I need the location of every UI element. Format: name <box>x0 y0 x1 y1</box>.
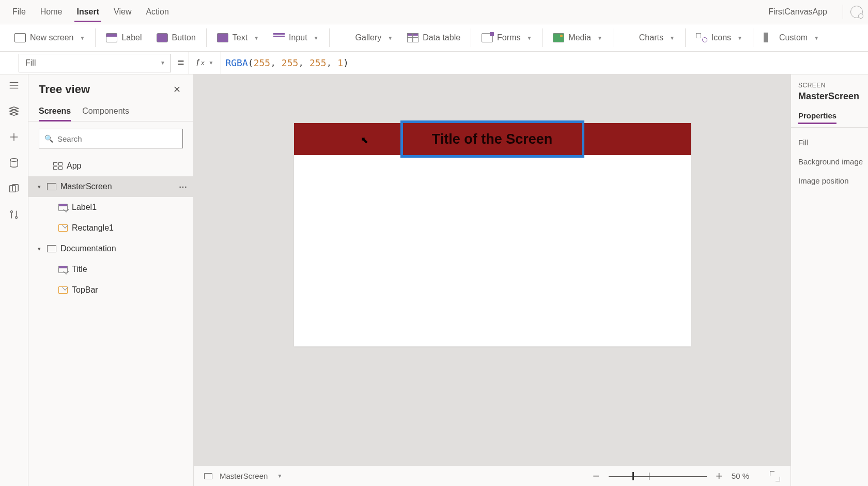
icons-button[interactable]: Icons ▼ <box>689 30 750 45</box>
chevron-down-icon: ▼ <box>526 35 532 41</box>
equals-label: = <box>173 56 189 70</box>
prop-background-image[interactable]: Background image <box>798 157 868 166</box>
formula-bar: Fill ▼ = fx ▼ RGBA(255, 255, 255, 1) <box>0 52 868 74</box>
tree-node-label1[interactable]: Label1 <box>28 197 193 218</box>
close-icon[interactable]: ✕ <box>171 82 183 97</box>
input-icon <box>273 33 285 42</box>
tree-node-rectangle1[interactable]: Rectangle1 <box>28 218 193 238</box>
rail-hamburger[interactable] <box>7 80 21 91</box>
menu-home[interactable]: Home <box>33 2 70 22</box>
tree-node-title[interactable]: Title <box>28 259 193 280</box>
forms-icon <box>482 33 493 42</box>
tree-node-documentation[interactable]: ▾ Documentation <box>28 238 193 259</box>
input-button[interactable]: Input ▼ <box>266 30 326 45</box>
chevron-down-icon: ▼ <box>209 60 214 66</box>
svg-point-8 <box>11 211 13 213</box>
forms-button[interactable]: Forms ▼ <box>474 30 539 45</box>
chevron-down-icon: ▼ <box>160 60 165 66</box>
canvas-stage[interactable]: Title of the Screen ⬉ <box>194 74 791 465</box>
zoom-percent: 50 % <box>732 472 749 480</box>
rect-icon <box>58 286 68 294</box>
tree-node-topbar[interactable]: TopBar <box>28 280 193 300</box>
screen-canvas[interactable]: Title of the Screen ⬉ <box>294 123 691 346</box>
svg-point-10 <box>16 217 18 219</box>
label-icon <box>58 266 68 273</box>
charts-button[interactable]: Charts ▼ <box>616 30 682 45</box>
menu-view[interactable]: View <box>106 2 138 22</box>
fit-to-window-icon[interactable] <box>770 471 780 481</box>
label-icon <box>58 204 68 211</box>
chevron-down-icon: ▼ <box>814 35 819 41</box>
chevron-down-icon: ▼ <box>314 35 319 41</box>
cursor-pointer-icon: ⬉ <box>361 134 368 146</box>
menu-action[interactable]: Action <box>138 2 176 22</box>
zoom-in-button[interactable]: + <box>714 469 724 483</box>
separator <box>843 5 843 19</box>
chevron-down-icon[interactable]: ▾ <box>36 246 43 252</box>
search-input[interactable] <box>57 134 177 143</box>
icons-icon <box>696 33 707 42</box>
rail-insert[interactable] <box>7 131 21 143</box>
chevron-down-icon: ▼ <box>80 35 85 41</box>
canvas-title-label[interactable]: Title of the Screen <box>402 123 582 155</box>
menu-file[interactable]: File <box>5 2 33 22</box>
tree-node-masterscreen[interactable]: ▾ MasterScreen <box>28 176 193 197</box>
chevron-down-icon: ▼ <box>597 35 602 41</box>
svg-point-5 <box>10 159 18 162</box>
custom-icon <box>764 33 775 42</box>
data-table-icon <box>407 33 419 42</box>
button-button[interactable]: Button <box>149 30 203 45</box>
screen-icon <box>47 245 56 252</box>
gallery-button[interactable]: Gallery ▼ <box>333 30 400 45</box>
screen-icon <box>204 473 212 479</box>
screen-icon <box>47 183 56 190</box>
tree-node-app[interactable]: App <box>28 156 193 176</box>
left-rail <box>0 74 28 486</box>
properties-name: MasterScreen <box>798 91 868 102</box>
rail-tools[interactable] <box>7 209 21 220</box>
tab-components[interactable]: Components <box>82 103 129 121</box>
fx-button[interactable]: fx ▼ <box>189 57 221 68</box>
charts-icon <box>624 33 635 42</box>
new-screen-label: New screen <box>30 33 73 42</box>
status-bar: MasterScreen ▼ − + 50 % <box>194 465 791 486</box>
media-button[interactable]: Media ▼ <box>546 30 609 45</box>
gallery-icon <box>340 33 351 42</box>
chevron-down-icon[interactable]: ▼ <box>277 473 282 479</box>
data-table-button[interactable]: Data table <box>400 30 468 45</box>
tab-properties[interactable]: Properties <box>798 109 836 124</box>
text-icon <box>217 33 228 42</box>
zoom-out-button[interactable]: − <box>591 469 601 483</box>
text-button[interactable]: Text ▼ <box>210 30 266 45</box>
chevron-down-icon: ▼ <box>670 35 675 41</box>
chevron-down-icon: ▼ <box>254 35 259 41</box>
label-button[interactable]: Label <box>99 30 149 45</box>
new-screen-button[interactable]: New screen ▼ <box>7 30 92 45</box>
tree-search[interactable]: 🔍 <box>39 129 183 148</box>
tab-screens[interactable]: Screens <box>39 103 71 121</box>
formula-input[interactable]: RGBA(255, 255, 255, 1) <box>221 57 353 68</box>
chevron-down-icon[interactable]: ▾ <box>36 184 43 190</box>
menubar: File Home Insert View Action FirstCanvas… <box>0 0 868 24</box>
rail-media[interactable] <box>7 183 21 194</box>
rail-data[interactable] <box>7 157 21 169</box>
chevron-down-icon: ▼ <box>737 35 742 41</box>
prop-fill[interactable]: Fill <box>798 138 868 147</box>
zoom-slider[interactable] <box>609 470 707 482</box>
properties-panel: SCREEN MasterScreen Properties Fill Back… <box>791 74 868 486</box>
media-icon <box>553 33 564 42</box>
screen-icon <box>14 33 26 42</box>
rail-tree-view[interactable] <box>7 105 21 117</box>
tree-view-panel: Tree view ✕ Screens Components 🔍 App ▾ M… <box>28 74 194 486</box>
search-icon: 🔍 <box>44 134 53 143</box>
rect-icon <box>58 224 68 232</box>
chevron-down-icon: ▼ <box>388 35 393 41</box>
prop-image-position[interactable]: Image position <box>798 176 868 185</box>
button-icon <box>157 33 168 42</box>
property-selector[interactable]: Fill ▼ <box>19 54 171 72</box>
custom-button[interactable]: Custom ▼ <box>756 30 826 45</box>
status-screen-name[interactable]: MasterScreen <box>220 472 268 480</box>
app-checker-icon[interactable] <box>850 6 863 18</box>
app-name: FirstCanvasApp <box>768 7 835 17</box>
menu-insert[interactable]: Insert <box>69 2 106 22</box>
